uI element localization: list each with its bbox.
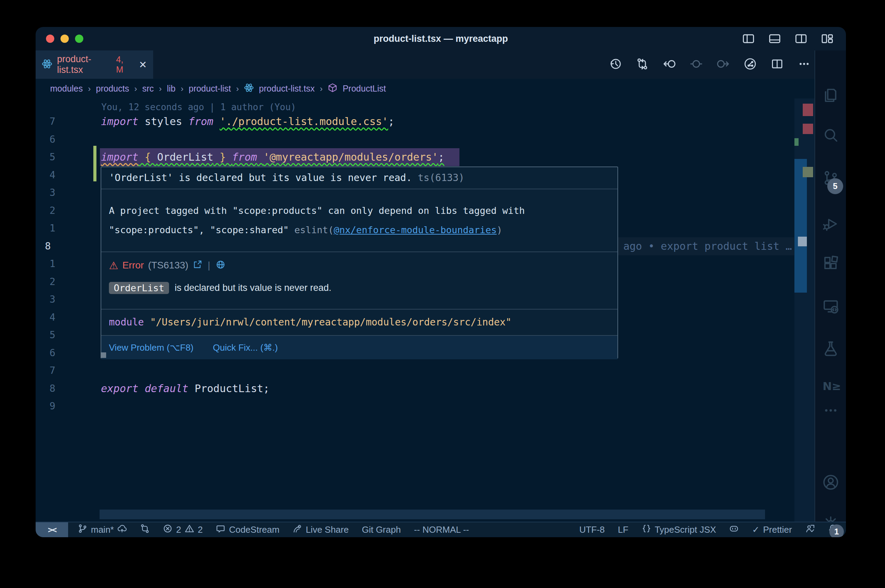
tooltip-resize-handle[interactable] (101, 352, 106, 358)
line-number: 1 (36, 255, 55, 273)
git-added-gutter-bar (93, 146, 96, 182)
breadcrumb-item[interactable]: src (142, 84, 153, 94)
search-icon[interactable] (823, 127, 839, 143)
current-line-number: 8 (45, 237, 73, 255)
more-views-icon[interactable] (823, 402, 839, 418)
error-mark (803, 124, 813, 134)
timeline-history-icon[interactable] (609, 58, 622, 72)
extensions-icon[interactable] (823, 255, 839, 271)
line-number: 8 (36, 380, 55, 398)
nav-position-icon[interactable] (690, 58, 702, 72)
nav-back-icon[interactable] (663, 58, 676, 72)
line-number: 2 (36, 273, 55, 291)
breadcrumb-item[interactable]: products (96, 84, 129, 94)
settings-badge: 1 (829, 524, 844, 537)
gitlens-inline-blame: ago • export product list … (623, 237, 792, 255)
tooltip-module-path: module"/Users/juri/nrwl/content/myreacta… (101, 309, 618, 335)
code-line-import-orderlist: import { OrderList } from '@myreactapp/m… (101, 148, 444, 166)
nav-forward-icon[interactable] (717, 58, 729, 72)
line-number: 6 (36, 130, 55, 148)
person-check-icon (805, 524, 815, 536)
line-number: 7 (36, 112, 55, 130)
scrollbar-slider[interactable] (795, 159, 807, 292)
editor-group: modules › products › src › lib › product… (36, 79, 815, 522)
debug-icon[interactable] (823, 216, 839, 232)
line-number: 1 (36, 219, 55, 237)
tab-filename: product-list.tsx (57, 54, 111, 75)
tab-product-list[interactable]: product-list.tsx 4, M ✕ (36, 51, 153, 79)
chevron-right-icon: › (134, 84, 137, 94)
eol-item[interactable]: LF (618, 524, 628, 535)
error-code: (TS6133) (148, 260, 188, 271)
breadcrumb-symbol[interactable]: ProductList (343, 84, 386, 94)
account-icon[interactable] (823, 474, 839, 490)
files-icon[interactable] (823, 87, 839, 103)
git-branch-item[interactable]: main* (78, 524, 127, 536)
react-icon (42, 59, 52, 70)
tab-close-icon[interactable]: ✕ (139, 59, 147, 70)
line-number: 4 (36, 309, 55, 327)
remote-explorer-icon[interactable] (823, 298, 839, 314)
react-icon (244, 83, 254, 94)
test-beaker-icon[interactable] (823, 340, 839, 356)
braces-icon (642, 524, 651, 536)
view-problem-link[interactable]: View Problem (⌥F8) (109, 342, 194, 353)
line-number: 7 (36, 362, 55, 380)
git-added-mark (795, 138, 799, 146)
window-title: product-list.tsx — myreactapp (36, 27, 846, 51)
eslint-rule-link[interactable]: @nx/enforce-module-boundaries (334, 225, 496, 235)
git-compare-icon[interactable] (636, 58, 649, 72)
vim-mode-indicator[interactable]: -- NORMAL -- (414, 524, 469, 535)
breadcrumb-item[interactable]: modules (50, 84, 83, 94)
check-icon: ✓ (752, 524, 760, 535)
nx-console-icon[interactable]: N≥ (823, 378, 839, 394)
line-number: 3 (36, 184, 55, 202)
problems-item[interactable]: 2 2 (163, 524, 203, 536)
run-graph-icon[interactable] (744, 58, 756, 72)
language-item[interactable]: TypeScript JSX (642, 524, 716, 536)
error-circle-icon (163, 524, 173, 536)
activity-bar: 5 N≥ 1 (814, 51, 846, 522)
split-editor-icon[interactable] (771, 58, 783, 72)
toggle-panel-right-icon[interactable] (795, 33, 807, 46)
code-line-import-styles: import styles from './product-list.modul… (101, 112, 394, 130)
feedback-item[interactable] (805, 524, 815, 536)
horizontal-scrollbar[interactable] (99, 510, 765, 519)
prettier-item[interactable]: ✓ Prettier (752, 524, 792, 535)
liveshare-item[interactable]: Live Share (293, 524, 349, 536)
more-actions-icon[interactable] (798, 58, 810, 72)
codestream-item[interactable]: CodeStream (216, 524, 279, 536)
copilot-icon (729, 524, 739, 536)
gitgraph-item[interactable]: Git Graph (362, 524, 401, 535)
overview-ruler[interactable] (795, 99, 815, 522)
quick-fix-link[interactable]: Quick Fix... (⌘.) (213, 342, 278, 353)
gitlens-compare-icon (140, 524, 150, 536)
breadcrumb-item[interactable]: lib (167, 84, 176, 94)
copilot-item[interactable] (729, 524, 739, 536)
error-label: Error (122, 260, 144, 271)
tab-problems-badge: 4, M (116, 55, 131, 75)
warning-icon: ⚠ (109, 260, 118, 272)
external-link-icon[interactable] (192, 260, 202, 271)
gitgraph-label: Git Graph (362, 524, 401, 535)
scm-badge: 5 (827, 178, 843, 194)
breadcrumb: modules › products › src › lib › product… (36, 79, 815, 99)
chevron-right-icon: › (88, 84, 91, 94)
globe-icon[interactable] (216, 260, 225, 271)
customize-layout-icon[interactable] (821, 33, 834, 46)
tooltip-error-section: ⚠ Error (TS6133) | OrderList is declared… (101, 252, 618, 309)
remote-window-indicator[interactable]: >< (36, 522, 68, 537)
problem-hover-tooltip: 'OrderList' is declared but its value is… (101, 166, 618, 358)
breadcrumb-file[interactable]: product-list.tsx (259, 84, 315, 94)
encoding-item[interactable]: UTF-8 (579, 524, 605, 535)
breadcrumb-item[interactable]: product-list (189, 84, 231, 94)
code-editor[interactable]: 7 6 5 4 3 2 1 8 1 2 3 4 5 6 7 8 9 You, 1… (36, 99, 815, 522)
line-number: 3 (36, 291, 55, 309)
gitlens-blame-annotation: You, 12 seconds ago | 1 author (You) (101, 101, 296, 113)
toggle-panel-bottom-icon[interactable] (768, 33, 781, 46)
tooltip-eslint-message: A project tagged with "scope:products" c… (101, 189, 618, 252)
chevron-right-icon: › (181, 84, 183, 94)
toggle-panel-left-icon[interactable] (742, 33, 755, 46)
gitlens-compare-item[interactable] (140, 524, 150, 536)
vscode-window: product-list.tsx — myreactapp product-li… (36, 27, 846, 537)
